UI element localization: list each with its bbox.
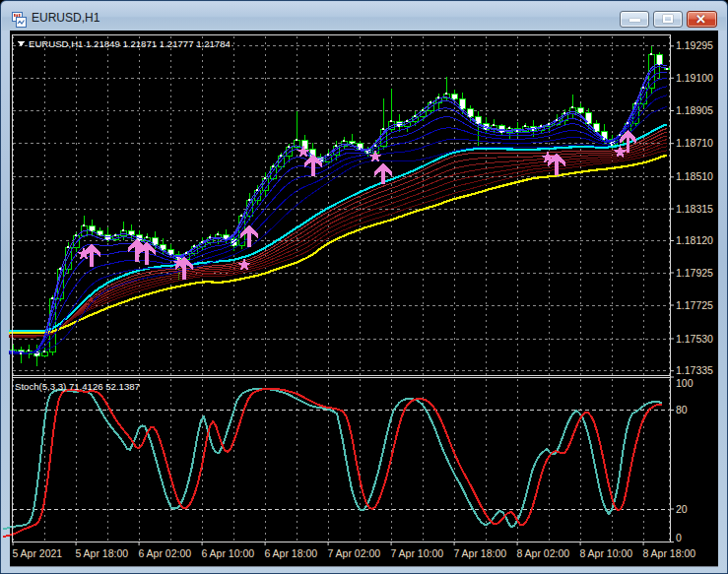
svg-text:EURUSD,H1 1.21849 1.21871 1.2: EURUSD,H1 1.21849 1.21871 1.21777 1.2178… [29, 38, 231, 49]
svg-text:7 Apr 18:00: 7 Apr 18:00 [453, 547, 506, 559]
svg-text:1.17530: 1.17530 [676, 333, 713, 345]
svg-text:6 Apr 18:00: 6 Apr 18:00 [264, 547, 317, 559]
svg-text:100: 100 [676, 377, 694, 389]
svg-text:8 Apr 10:00: 8 Apr 10:00 [579, 547, 632, 559]
svg-text:7 Apr 02:00: 7 Apr 02:00 [327, 547, 380, 559]
svg-text:8 Apr 18:00: 8 Apr 18:00 [642, 547, 695, 559]
svg-text:7 Apr 10:00: 7 Apr 10:00 [390, 547, 443, 559]
svg-text:80: 80 [676, 404, 688, 415]
svg-text:1.18120: 1.18120 [676, 234, 713, 246]
svg-text:Stoch(5,3,3) 71.4126 52.1387: Stoch(5,3,3) 71.4126 52.1387 [15, 381, 140, 392]
svg-text:1.18905: 1.18905 [676, 104, 713, 116]
svg-text:8 Apr 02:00: 8 Apr 02:00 [516, 547, 569, 559]
svg-text:1.18510: 1.18510 [676, 170, 713, 182]
svg-text:1.17725: 1.17725 [676, 299, 713, 311]
svg-text:1.19295: 1.19295 [676, 39, 713, 51]
svg-text:20: 20 [676, 503, 688, 515]
svg-text:5 Apr 2021: 5 Apr 2021 [12, 547, 62, 559]
svg-text:5 Apr 18:00: 5 Apr 18:00 [75, 547, 128, 559]
svg-text:0: 0 [676, 532, 682, 543]
svg-text:1.17335: 1.17335 [676, 364, 713, 376]
svg-text:6 Apr 10:00: 6 Apr 10:00 [201, 547, 254, 559]
svg-text:1.19100: 1.19100 [676, 72, 713, 84]
svg-text:1.17925: 1.17925 [676, 267, 713, 279]
svg-text:6 Apr 02:00: 6 Apr 02:00 [138, 547, 191, 559]
svg-text:1.18315: 1.18315 [676, 203, 713, 215]
svg-text:1.18710: 1.18710 [676, 137, 713, 149]
